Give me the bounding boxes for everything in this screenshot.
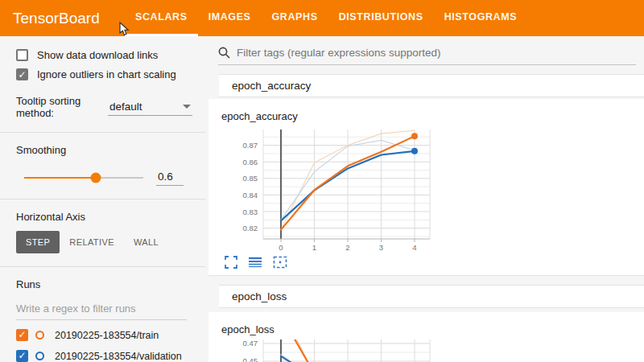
slider-thumb[interactable] — [90, 172, 101, 183]
axis-step-button[interactable]: STEP — [16, 231, 60, 253]
epoch-loss-chart[interactable]: 0.470.45 — [221, 339, 644, 362]
tab-scalars[interactable]: SCALARS — [125, 0, 198, 36]
tooltip-sort-value: default — [109, 101, 142, 113]
epoch-accuracy-section: epoch_accuracy 0.820.830.840.850.860.870… — [208, 99, 644, 276]
log-scale-icon[interactable] — [246, 254, 264, 270]
expand-icon[interactable] — [223, 254, 239, 270]
chart-toolbar — [223, 254, 644, 270]
tooltip-sort-select[interactable]: default — [108, 99, 192, 116]
svg-text:0.87: 0.87 — [243, 141, 258, 150]
run-label: 20190225-183554/train — [55, 330, 159, 341]
checkbox-label: Show data download links — [37, 49, 158, 61]
checkbox-unchecked-icon[interactable] — [16, 49, 28, 61]
epoch-loss-section: epoch_loss 0.470.45 — [208, 312, 644, 362]
runs-title: Runs — [16, 278, 192, 290]
fit-domain-icon[interactable] — [271, 254, 289, 270]
run-checkbox-icon[interactable]: ✓ — [16, 329, 28, 341]
svg-text:0.84: 0.84 — [243, 191, 258, 200]
smoothing-slider[interactable] — [24, 177, 143, 179]
checkbox-label: Ignore outliers in chart scaling — [37, 68, 176, 80]
tab-distributions[interactable]: DISTRIBUTIONS — [328, 0, 434, 36]
svg-text:0.83: 0.83 — [243, 208, 258, 216]
svg-text:1: 1 — [312, 243, 316, 251]
chart-title: epoch_accuracy — [221, 110, 644, 125]
divider — [0, 199, 205, 200]
run-row-train[interactable]: ✓ 20190225-183554/train — [16, 329, 192, 341]
smoothing-value-input[interactable] — [156, 169, 184, 186]
smoothing-label: Smoothing — [16, 144, 192, 156]
show-download-links-checkbox[interactable]: Show data download links — [16, 49, 192, 61]
horizontal-axis-toggle: STEP RELATIVE WALL — [16, 231, 192, 253]
svg-text:2: 2 — [345, 243, 349, 251]
run-color-circle-icon — [35, 331, 44, 339]
tag-filter-input[interactable] — [237, 47, 636, 59]
horizontal-axis-label: Horizontal Axis — [16, 211, 192, 223]
section-header-epoch-accuracy[interactable]: epoch_accuracy — [219, 74, 644, 97]
tooltip-sorting-label: Tooltip sorting method: — [16, 95, 101, 119]
divider — [0, 266, 205, 267]
tab-graphs[interactable]: GRAPHS — [262, 0, 328, 36]
svg-text:0.82: 0.82 — [243, 224, 258, 232]
section-title: epoch_accuracy — [232, 80, 311, 92]
epoch-accuracy-chart[interactable]: 0.820.830.840.850.860.8701234 — [221, 126, 644, 254]
ignore-outliers-checkbox[interactable]: ✓ Ignore outliers in chart scaling — [16, 68, 192, 80]
run-row-validation[interactable]: ✓ 20190225-183554/validation — [16, 350, 192, 362]
run-regex-input[interactable] — [16, 300, 187, 320]
top-app-bar: TensorBoard SCALARS IMAGES GRAPHS DISTRI… — [0, 0, 644, 36]
svg-text:0.47: 0.47 — [243, 339, 258, 348]
svg-text:0.45: 0.45 — [243, 356, 258, 362]
axis-wall-button[interactable]: WALL — [124, 231, 168, 253]
tag-filter — [218, 47, 636, 65]
svg-text:0: 0 — [279, 243, 283, 251]
chevron-down-icon — [183, 105, 191, 109]
svg-text:4: 4 — [412, 243, 416, 251]
axis-relative-button[interactable]: RELATIVE — [60, 231, 124, 253]
app-title: TensorBoard — [0, 0, 121, 36]
divider — [0, 132, 205, 133]
checkbox-checked-icon[interactable]: ✓ — [16, 68, 28, 80]
section-title: epoch_loss — [232, 290, 287, 302]
run-checkbox-icon[interactable]: ✓ — [16, 350, 28, 362]
settings-sidebar: Show data download links ✓ Ignore outlie… — [0, 36, 205, 362]
run-label: 20190225-183554/validation — [55, 351, 182, 362]
svg-text:0.85: 0.85 — [243, 174, 258, 183]
run-color-circle-icon — [35, 352, 44, 360]
dashboard-content: epoch_accuracy epoch_accuracy 0.820.830.… — [205, 36, 644, 362]
section-header-epoch-loss[interactable]: epoch_loss — [219, 285, 644, 308]
svg-text:0.86: 0.86 — [243, 158, 258, 167]
tab-images[interactable]: IMAGES — [198, 0, 262, 36]
tab-histograms[interactable]: HISTOGRAMS — [434, 0, 528, 36]
search-icon — [218, 47, 230, 59]
chart-title: epoch_loss — [221, 323, 644, 338]
slider-fill — [24, 177, 96, 179]
main-tabs: SCALARS IMAGES GRAPHS DISTRIBUTIONS HIST… — [125, 0, 527, 36]
svg-text:3: 3 — [379, 243, 383, 251]
mouse-cursor-icon — [118, 22, 130, 40]
